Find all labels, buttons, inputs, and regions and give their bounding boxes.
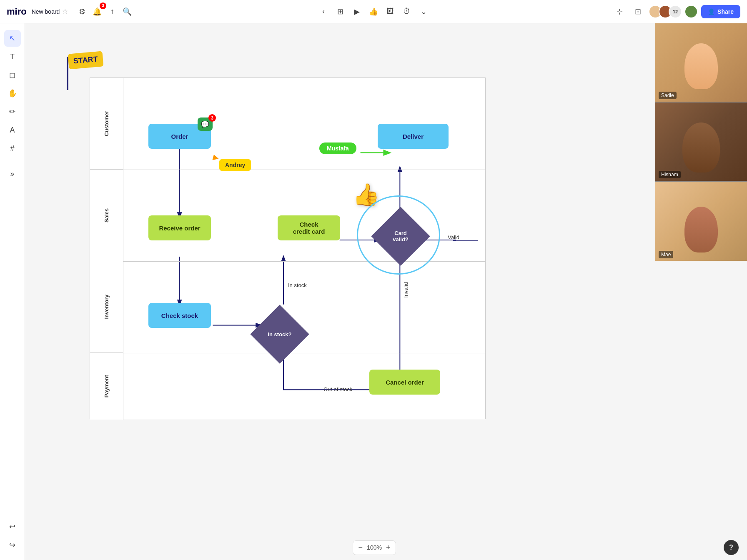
card-valid-node[interactable]: Cardvalid? [367, 203, 434, 270]
pen-tool[interactable]: ✏ [4, 103, 21, 120]
main-canvas: START [25, 23, 747, 560]
lane-border-1 [123, 170, 486, 170]
swimlane-diagram: Customer Sales Inventory Payment Order 💬… [90, 78, 486, 419]
in-stock-diamond-shape [250, 305, 309, 363]
search-icon[interactable]: 🔍 [120, 4, 135, 19]
video-panels: Sadie Hisham Mae [655, 23, 747, 261]
cursor-mode-icon[interactable]: ⊹ [612, 4, 627, 19]
board-name[interactable]: New board [32, 8, 60, 15]
comment-count: 3 [208, 114, 216, 122]
miro-logo: miro [7, 6, 27, 17]
lane-label-inventory: Inventory [90, 261, 123, 353]
hisham-figure [682, 122, 720, 172]
start-flag: START [63, 52, 97, 68]
frame-tool[interactable]: # [4, 140, 21, 157]
sticky-note-tool[interactable]: ◻ [4, 67, 21, 83]
bottom-bar: ⊟ − 100% + ? [0, 535, 747, 560]
sadie-figure [684, 43, 718, 89]
topbar-right: ⊹ ⊡ 12 👤 Share [612, 4, 740, 19]
chevron-left-icon[interactable]: ‹ [316, 4, 331, 19]
deliver-node[interactable]: Deliver [378, 124, 449, 149]
check-credit-card-node[interactable]: Checkcredit card [278, 215, 340, 240]
help-button[interactable]: ? [724, 540, 739, 555]
redo-tool[interactable]: ↪ [4, 537, 21, 553]
zoom-level: 100% [366, 544, 383, 551]
in-stock-text: In stock [288, 282, 307, 288]
thumbs-up-icon[interactable]: 👍 [366, 4, 381, 19]
share-button[interactable]: 👤 Share [701, 5, 740, 18]
receive-order-node[interactable]: Receive order [148, 215, 211, 240]
hisham-name: Hisham [659, 171, 681, 178]
video-panel-hisham: Hisham [655, 102, 747, 182]
andrey-cursor: ▶ [212, 152, 220, 163]
video-panel-mae: Mae [655, 182, 747, 261]
comment-bubble[interactable]: 💬 3 [198, 118, 213, 131]
flag-label: START [68, 51, 104, 69]
zoom-controls: − 100% + [353, 540, 396, 555]
share-icon: 👤 [708, 8, 715, 15]
mae-name: Mae [659, 251, 673, 258]
topbar-center: ‹ ⊞ ▶ 👍 🖼 ⏱ ⌄ [316, 4, 431, 19]
more-tools-icon[interactable]: ⌄ [416, 4, 431, 19]
card-valid-diamond-shape [371, 207, 430, 265]
in-stock-diamond[interactable]: In stock? [248, 303, 311, 365]
hand-tool[interactable]: ✋ [4, 85, 21, 102]
cursor-tool[interactable]: ↖ [4, 30, 21, 47]
image-icon[interactable]: 🖼 [383, 4, 398, 19]
topbar: miro New board ☆ ⚙ 🔔 3 ↑ 🔍 ‹ ⊞ ▶ 👍 🖼 ⏱ ⌄… [0, 0, 747, 23]
undo-tool[interactable]: ↩ [4, 518, 21, 535]
left-toolbar: ↖ T ◻ ✋ ✏ A # » ↩ ↪ [0, 23, 25, 560]
star-icon[interactable]: ☆ [62, 8, 68, 15]
video-panel-sadie: Sadie [655, 23, 747, 102]
lane-label-customer: Customer [90, 78, 123, 170]
avatar-main [684, 5, 698, 18]
upload-icon[interactable]: ↑ [105, 4, 120, 19]
check-stock-node[interactable]: Check stock [148, 303, 211, 328]
clock-icon[interactable]: ⏱ [399, 4, 414, 19]
mustafa-label: Mustafa [319, 142, 356, 154]
invalid-label: Invalid [403, 282, 409, 298]
zoom-out-button[interactable]: − [358, 543, 363, 552]
settings-icon[interactable]: ⚙ [75, 4, 90, 19]
lane-label-payment: Payment [90, 353, 123, 420]
notifications-icon[interactable]: 🔔 3 [90, 4, 105, 19]
table-icon[interactable]: ⊞ [333, 4, 348, 19]
zoom-in-button[interactable]: + [386, 543, 391, 552]
lane-label-sales: Sales [90, 170, 123, 261]
more-tools-btn[interactable]: » [4, 165, 21, 182]
zoom-fit-icon[interactable]: ⊡ [630, 4, 645, 19]
valid-line [453, 240, 478, 241]
presentation-icon[interactable]: ▶ [349, 4, 364, 19]
mae-figure [684, 207, 718, 252]
out-of-stock-label: Out of stock [323, 386, 352, 392]
valid-label: Valid [448, 234, 459, 240]
avatar-count: 12 [669, 5, 682, 18]
text-tool[interactable]: T [4, 48, 21, 65]
andrey-label: Andrey [219, 159, 251, 171]
avatar-group: 12 [649, 5, 698, 18]
letter-tool[interactable]: A [4, 122, 21, 138]
cancel-order-node[interactable]: Cancel order [369, 370, 440, 395]
notification-badge: 3 [100, 2, 106, 9]
sadie-name: Sadie [659, 92, 677, 99]
tool-separator [6, 161, 19, 161]
